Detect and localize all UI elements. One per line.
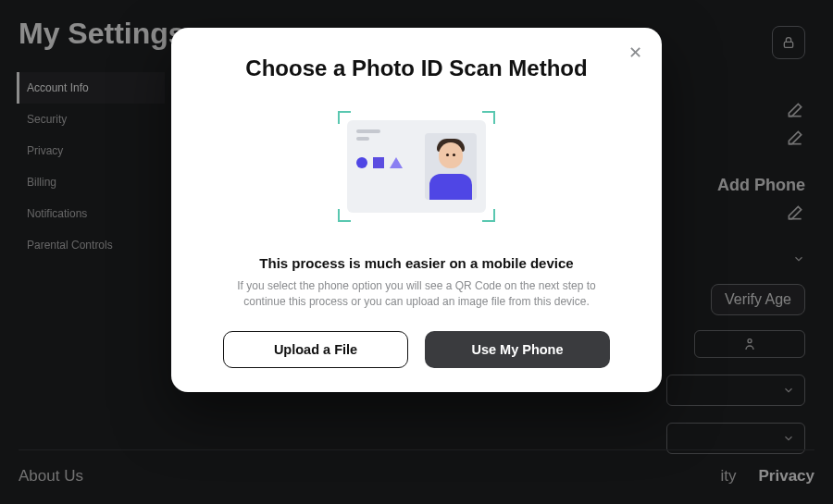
modal-hint-strong: This process is much easier on a mobile … <box>259 255 573 271</box>
photo-id-modal: ✕ Choose a Photo ID Scan Method This pro… <box>171 28 662 392</box>
id-card-illustration <box>338 111 495 222</box>
use-my-phone-button[interactable]: Use My Phone <box>425 331 610 368</box>
upload-file-button[interactable]: Upload a File <box>223 331 408 368</box>
modal-actions: Upload a File Use My Phone <box>199 331 634 368</box>
close-icon: ✕ <box>628 43 642 63</box>
modal-title: Choose a Photo ID Scan Method <box>245 55 587 81</box>
close-button[interactable]: ✕ <box>625 43 645 63</box>
modal-hint-sub: If you select the phone option you will … <box>231 278 602 311</box>
